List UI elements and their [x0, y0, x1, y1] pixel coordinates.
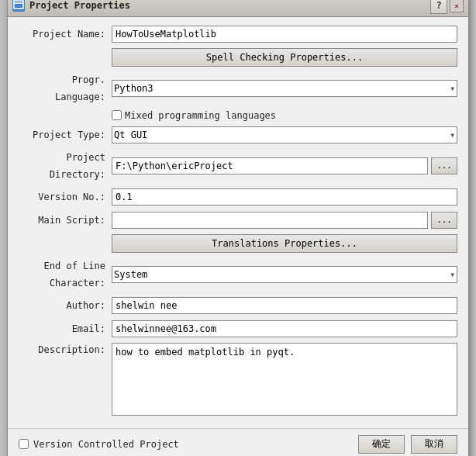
- title-bar: Project Properties ? ✕: [8, 0, 468, 17]
- author-row: Author:: [19, 296, 457, 315]
- svg-rect-0: [14, 1, 23, 9]
- version-no-label: Version No.:: [19, 188, 112, 206]
- email-label: Email:: [19, 320, 112, 337]
- description-row: Description: how to embed matplotlib in …: [19, 343, 457, 416]
- project-name-label: Project Name:: [19, 26, 112, 43]
- bottom-row: Version Controlled Project 确定 取消: [8, 428, 468, 457]
- version-no-row: Version No.:: [19, 188, 457, 206]
- email-input[interactable]: [112, 320, 457, 337]
- author-input[interactable]: [112, 297, 457, 314]
- eol-char-select[interactable]: System Windows Unix Mac: [112, 266, 457, 283]
- dialog-title: Project Properties: [29, 0, 130, 11]
- project-properties-dialog: Project Properties ? ✕ Project Name: Spe…: [7, 0, 469, 456]
- help-button[interactable]: ?: [430, 0, 447, 14]
- main-script-input[interactable]: [112, 212, 428, 229]
- close-button[interactable]: ✕: [450, 0, 464, 12]
- project-directory-input[interactable]: [112, 157, 428, 174]
- dialog-icon: [12, 0, 25, 12]
- eol-char-label: End of Line Character:: [19, 257, 112, 292]
- eol-char-row: End of Line Character: System Windows Un…: [19, 257, 457, 292]
- author-label: Author:: [19, 297, 112, 314]
- prog-language-select[interactable]: Python3 Python2 Ruby JavaScript: [112, 80, 457, 97]
- mixed-programming-label[interactable]: Mixed programming languages: [125, 110, 276, 121]
- prog-language-row: Progr. Language: Python3 Python2 Ruby Ja…: [19, 71, 457, 105]
- project-directory-label: Project Directory:: [19, 149, 112, 183]
- dialog-body: Project Name: Spell Checking Properties.…: [8, 17, 468, 428]
- project-type-select[interactable]: Qt GUI Qt Console Qt Widget E4Plugin: [112, 126, 457, 143]
- project-name-row: Project Name:: [19, 25, 457, 43]
- mixed-programming-row: Mixed programming languages: [112, 110, 457, 121]
- project-type-label: Project Type:: [19, 126, 112, 143]
- description-label: Description:: [19, 343, 112, 355]
- version-no-input[interactable]: [112, 188, 457, 206]
- main-script-label: Main Script:: [19, 212, 112, 229]
- translations-button[interactable]: Translations Properties...: [112, 234, 457, 253]
- project-directory-row: Project Directory: ...: [19, 149, 457, 183]
- version-controlled-label[interactable]: Version Controlled Project: [33, 439, 179, 450]
- prog-language-label: Progr. Language:: [19, 71, 112, 105]
- main-script-browse-button[interactable]: ...: [431, 212, 457, 229]
- description-textarea[interactable]: how to embed matplotlib in pyqt.: [112, 343, 457, 416]
- translations-row: Translations Properties...: [19, 234, 457, 253]
- version-controlled-checkbox[interactable]: [19, 439, 29, 449]
- project-name-input[interactable]: [112, 26, 457, 43]
- spell-checking-row: Spell Checking Properties...: [19, 48, 457, 67]
- cancel-button[interactable]: 取消: [411, 435, 457, 454]
- mixed-programming-checkbox[interactable]: [112, 110, 122, 120]
- email-row: Email:: [19, 320, 457, 338]
- main-script-row: Main Script: ...: [19, 211, 457, 230]
- project-type-row: Project Type: Qt GUI Qt Console Qt Widge…: [19, 126, 457, 144]
- spell-checking-button[interactable]: Spell Checking Properties...: [112, 48, 457, 67]
- ok-button[interactable]: 确定: [358, 435, 405, 454]
- project-directory-browse-button[interactable]: ...: [431, 157, 457, 174]
